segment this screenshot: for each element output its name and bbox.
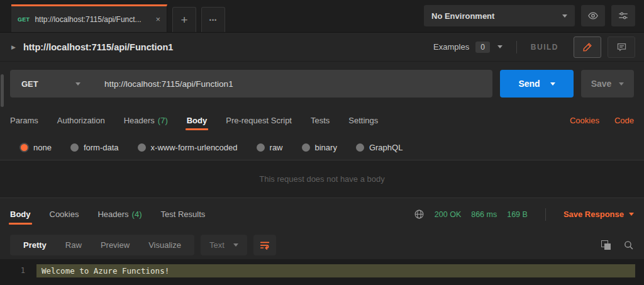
comments-button[interactable] [608,36,635,58]
body-type-binary-label: binary [315,143,337,152]
body-type-x-www-form-urlencoded[interactable]: x-www-form-urlencoded [138,143,238,152]
response-tab-body-label: Body [10,210,31,219]
pencil-icon [582,42,593,52]
request-header: ▶ http://localhost:7115/api/Function1 Ex… [0,33,644,62]
examples-label[interactable]: Examples [433,42,469,52]
body-type-raw[interactable]: raw [257,143,283,152]
eye-icon [587,10,599,21]
wrap-lines-button[interactable] [253,235,276,255]
tab-params[interactable]: Params [10,106,38,135]
copy-icon[interactable] [601,240,611,250]
response-size: 169 B [507,210,528,219]
tab-headers-count: (7) [158,116,168,125]
body-type-none-label: none [33,143,52,152]
tab-authorization-label: Authorization [57,116,105,125]
request-bar: GET http://localhost:7115/api/Function1 … [0,62,644,106]
tab-pre-request-script[interactable]: Pre-request Script [226,106,292,135]
body-type-form-data[interactable]: form-data [70,143,119,152]
response-body: 1 Welcome to Azure Functions! [0,259,644,285]
tab-headers-label: Headers [124,116,155,125]
chevron-down-icon [233,243,238,249]
body-type-options: none form-data x-www-form-urlencoded raw… [0,135,644,160]
tab-params-label: Params [10,116,38,125]
url-box: GET http://localhost:7115/api/Function1 [10,70,492,98]
response-tab-cookies[interactable]: Cookies [50,198,79,230]
body-type-form-data-label: form-data [84,143,119,152]
body-type-x-www-form-urlencoded-label: x-www-form-urlencoded [151,143,238,152]
view-pretty[interactable]: Pretty [14,235,56,255]
code-link[interactable]: Code [614,116,634,125]
empty-body-message: This request does not have a body [259,174,384,184]
request-title: http://localhost:7115/api/Function1 [23,42,173,52]
settings-sliders-button[interactable] [611,5,635,26]
tab-body[interactable]: Body [187,106,208,135]
tab-settings[interactable]: Settings [348,106,378,135]
tab-authorization[interactable]: Authorization [57,106,105,135]
environment-selector[interactable]: No Environment [424,5,575,26]
examples-count-badge: 0 [475,42,490,53]
tab-tests-label: Tests [311,116,330,125]
chevron-down-icon [562,14,567,20]
comment-icon [616,42,627,52]
body-type-graphql-label: GraphQL [369,143,402,152]
wrap-lines-icon [259,239,270,250]
request-tab-method: GET [18,16,30,23]
tab-body-label: Body [187,116,208,125]
send-options-chevron-icon[interactable] [550,82,555,88]
radio-icon [70,143,79,152]
divider [545,208,546,221]
response-tab-headers[interactable]: Headers (4) [97,198,142,230]
line-number: 1 [0,264,36,277]
save-button-label: Save [591,79,612,89]
tab-pre-request-script-label: Pre-request Script [226,116,292,125]
url-input[interactable]: http://localhost:7115/api/Function1 [89,79,233,89]
empty-body-message-area: This request does not have a body [0,160,644,198]
radio-icon [257,143,265,152]
body-type-none[interactable]: none [20,143,52,152]
cookies-link[interactable]: Cookies [570,116,599,125]
request-tab[interactable]: GET http://localhost:7115/api/Funct... × [11,4,167,32]
chevron-down-icon[interactable] [497,45,502,51]
response-toolbar-right [601,240,634,250]
send-button[interactable]: Send [500,70,574,98]
view-preview[interactable]: Preview [91,235,139,255]
response-tab-test-results[interactable]: Test Results [161,198,206,230]
method-selector[interactable]: GET [10,70,89,98]
tab-tests[interactable]: Tests [311,106,330,135]
response-tab-headers-count: (4) [132,210,142,219]
tab-headers[interactable]: Headers (7) [124,106,168,135]
search-icon[interactable] [623,240,634,250]
body-type-graphql[interactable]: GraphQL [356,143,402,152]
request-tab-title: http://localhost:7115/api/Funct... [35,15,150,24]
status-badge: 200 OK [435,210,461,219]
response-format-selector[interactable]: Text [201,235,247,255]
chevron-down-icon [75,82,80,88]
response-format-selected: Text [209,240,225,250]
caret-right-icon[interactable]: ▶ [11,44,16,50]
view-raw[interactable]: Raw [56,235,91,255]
tab-options-button[interactable]: ••• [201,7,225,32]
request-header-actions: Examples 0 BUILD [433,36,635,58]
network-globe-icon[interactable] [414,209,425,220]
response-tabs: Body Cookies Headers (4) Test Results 20… [0,198,644,230]
response-view-switcher: Pretty Raw Preview Visualize [10,235,194,255]
new-tab-button[interactable]: + [172,7,196,32]
radio-icon [138,143,146,152]
save-response-label: Save Response [564,210,624,219]
environment-quick-look-button[interactable] [581,5,605,26]
close-tab-icon[interactable]: × [155,15,160,23]
radio-icon [302,143,310,152]
save-button[interactable]: Save [581,70,634,98]
response-tab-body[interactable]: Body [10,198,31,230]
radio-icon [356,143,364,152]
save-response-button[interactable]: Save Response [564,210,634,219]
save-options-chevron-icon[interactable] [619,82,624,88]
edit-mode-button[interactable] [574,36,601,58]
left-scrollbar-thumb[interactable] [1,74,4,107]
body-type-binary[interactable]: binary [302,143,337,152]
response-tab-test-results-label: Test Results [161,210,206,219]
response-body-line[interactable]: Welcome to Azure Functions! [36,264,635,277]
body-type-raw-label: raw [270,143,283,152]
response-status-area: 200 OK 866 ms 169 B Save Response [414,198,634,230]
view-visualize[interactable]: Visualize [139,235,191,255]
